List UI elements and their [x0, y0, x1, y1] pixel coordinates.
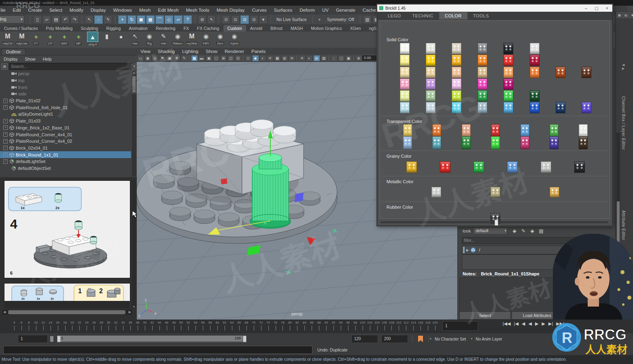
shaded-icon[interactable]: ◈ — [252, 55, 259, 61]
menu-mesh-display[interactable]: Mesh Display — [213, 8, 248, 13]
shelf-item-FltFt[interactable]: ◉FltFt — [199, 32, 213, 47]
save-attrs-icon[interactable]: ▤ — [537, 228, 545, 234]
viewport-menu-lighting[interactable]: Lighting — [178, 49, 202, 54]
color-swatch-d8d0c0[interactable] — [452, 43, 461, 54]
ambient-icon[interactable]: ◐ — [306, 55, 313, 61]
scroll-right-icon[interactable]: ▶ — [129, 310, 131, 315]
color-swatch-d6b88c[interactable] — [478, 67, 487, 78]
color-swatch-eec2ea[interactable] — [452, 78, 461, 90]
viewport-menu-renderer[interactable]: Renderer — [221, 49, 248, 54]
outliner-item-Hinge_Brick_1x2_Base_01[interactable]: +Hinge_Brick_1x2_Base_01 — [0, 125, 131, 131]
camera-lock-icon[interactable]: ◉ — [144, 55, 151, 61]
outliner-menu-show[interactable]: Show — [21, 57, 39, 61]
color-swatch-dfc45f[interactable] — [403, 124, 412, 137]
color-swatch-df2b26[interactable] — [440, 161, 450, 173]
menu-curves[interactable]: Curves — [248, 8, 270, 13]
color-swatch-f2a35e[interactable] — [503, 67, 513, 78]
brickit-tab-tools[interactable]: TOOLS — [467, 12, 495, 19]
color-swatch-ffd400[interactable] — [426, 55, 435, 66]
outliner-item-Plate_01x03[interactable]: +Plate_01x03 — [0, 118, 131, 125]
shelf-item-CP[interactable]: +CP — [43, 32, 57, 47]
color-swatch-4fae4e[interactable] — [550, 124, 559, 137]
resolution-gate-icon[interactable]: ▣ — [206, 55, 212, 61]
shelf-tab-sculpting[interactable]: Sculpting — [76, 25, 102, 32]
gate-mask-icon[interactable]: ▢ — [213, 55, 220, 61]
color-swatch-184f2c[interactable] — [530, 90, 540, 102]
outliner-item-side[interactable]: side — [0, 91, 131, 97]
shelf-item-Rig[interactable]: ◉Rig — [142, 32, 156, 47]
shelf-item-MP[interactable]: +MP — [72, 32, 85, 47]
color-swatch-eed9a4[interactable] — [400, 67, 410, 78]
go-to-start-button[interactable]: |◀◀ — [503, 321, 511, 326]
outliner-item-front[interactable]: front — [0, 84, 131, 91]
scroll-up-icon[interactable]: ▲ — [132, 71, 136, 75]
expand-toggle-icon[interactable]: + — [3, 139, 8, 144]
shelf-tab-rendering[interactable]: Rendering — [152, 25, 179, 32]
instructions-scrollbar[interactable]: ▼ — [132, 180, 136, 308]
color-swatch-e6cf9c[interactable] — [426, 67, 435, 78]
outliner-menu-display[interactable]: Display — [0, 57, 21, 61]
color-swatch-dedede[interactable] — [530, 43, 540, 54]
color-swatch-e8312c[interactable] — [503, 55, 513, 66]
range-end-handle[interactable] — [243, 336, 246, 342]
brickit-scroll-slider[interactable] — [380, 221, 608, 223]
outliner-scrollbar[interactable]: ▲ — [132, 71, 136, 176]
snap-curve-icon[interactable]: ⌒ — [155, 15, 164, 24]
color-swatch-4a3a9e[interactable] — [550, 136, 559, 149]
image-plane-icon[interactable]: ▣ — [166, 55, 173, 61]
shelf-item-ndyCole[interactable]: MndyCole — [15, 32, 29, 47]
scroll-down-icon[interactable]: ▼ — [132, 305, 136, 308]
play-forwards-button[interactable]: ▶ — [535, 321, 538, 326]
color-swatch-f4a3c4[interactable] — [400, 78, 410, 90]
color-swatch-5e3420[interactable] — [582, 67, 591, 78]
shelf-tab-arnold[interactable]: Arnold — [246, 25, 266, 32]
symmetry-label[interactable]: Symmetry: Off — [327, 17, 354, 22]
expand-toggle-icon[interactable]: + — [3, 119, 8, 123]
outliner-item-defaultLightSet[interactable]: +defaultLightSet — [0, 158, 131, 165]
snap-point-icon[interactable]: ◇ — [165, 15, 173, 24]
color-swatch-8fb2da[interactable] — [403, 136, 412, 149]
menu-uv[interactable]: UV — [319, 8, 332, 13]
brickit-tab-lego[interactable]: LEGO — [382, 12, 407, 19]
ao-icon[interactable]: ◍ — [281, 55, 288, 61]
set-key-icon[interactable] — [418, 336, 423, 342]
expand-toggle-icon[interactable]: + — [3, 159, 8, 164]
shelf-item-Hist[interactable]: ✎Hist — [157, 32, 170, 47]
color-swatch-c9cac8[interactable] — [431, 187, 441, 197]
color-swatch-2db648[interactable] — [474, 161, 484, 173]
outliner-item-persp[interactable]: persp — [0, 70, 131, 77]
joints-xray-icon[interactable]: ▣ — [345, 55, 352, 61]
menu-mesh-tools[interactable]: Mesh Tools — [182, 8, 213, 13]
expand-triangle-icon[interactable]: ▶ — [466, 248, 469, 252]
character-set-dropdown[interactable]: No Character Set — [431, 336, 472, 342]
color-swatch-f0bd96[interactable] — [452, 67, 461, 78]
snap-plane-icon[interactable]: ▱ — [174, 15, 183, 24]
motion-blur-icon[interactable]: ≋ — [289, 55, 295, 61]
menu-generate[interactable]: Generate — [332, 8, 359, 13]
outliner-item-Brick_Round_1x1_01[interactable]: +Brick_Round_1x1_01 — [0, 151, 131, 158]
open-scene-icon[interactable]: ▱ — [42, 15, 51, 24]
expand-toggle-icon[interactable]: + — [3, 105, 8, 110]
select-tool-icon[interactable]: ↖ — [85, 15, 93, 24]
ui-list-icon[interactable]: ▤ — [623, 12, 629, 18]
menu-surfaces[interactable]: Surfaces — [270, 8, 296, 13]
outliner-search-input[interactable] — [9, 63, 131, 70]
anim-end-field[interactable]: 200 — [381, 335, 408, 343]
outliner-search-dropdown-icon[interactable]: ▼ — [133, 65, 136, 68]
menu-modify[interactable]: Modify — [66, 8, 87, 13]
wireframe-icon[interactable]: ◇ — [245, 55, 252, 61]
film-gate-icon[interactable]: ▬ — [198, 55, 205, 61]
shelf-item-Hier[interactable]: ↖Hier — [128, 32, 142, 47]
shadows-icon[interactable]: ▩ — [274, 55, 281, 61]
shelf-tab-poly-modeling[interactable]: Poly Modeling — [42, 25, 76, 32]
outliner-item-top[interactable]: top — [0, 77, 131, 84]
fog-icon[interactable]: ▨ — [321, 55, 327, 61]
plane-handle-red[interactable] — [221, 178, 227, 184]
expand-toggle-icon[interactable]: + — [3, 132, 8, 137]
shelf-item-Kybrd[interactable]: ◉Kybrd — [227, 32, 241, 47]
maximize-button[interactable]: ▢ — [591, 4, 602, 12]
outliner-item-PlateRound_6x6_Hole_01[interactable]: +PlateRound_6x6_Hole_01 — [0, 104, 131, 111]
2d-pan-zoom-icon[interactable]: ✥ — [174, 55, 181, 61]
menu-file[interactable]: File — [0, 8, 9, 13]
color-swatch-e4ec9c[interactable] — [400, 90, 410, 102]
